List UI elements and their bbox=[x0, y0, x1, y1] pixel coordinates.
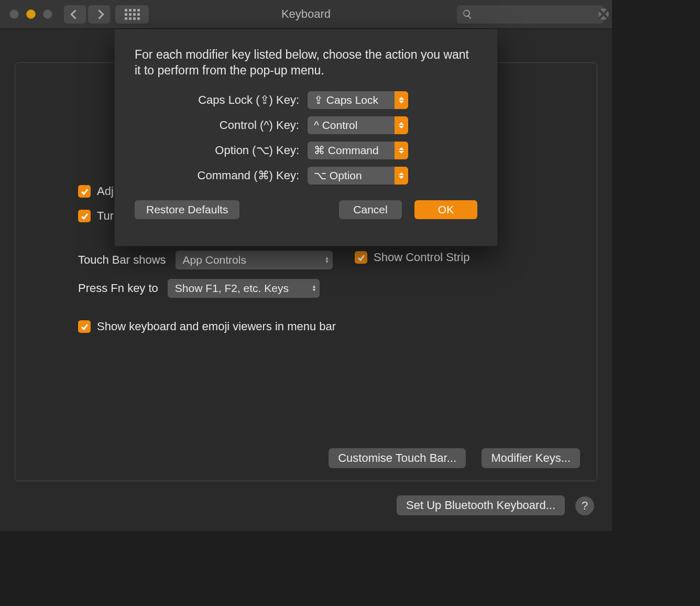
forward-button[interactable] bbox=[88, 5, 110, 24]
touch-bar-value: App Controls bbox=[183, 254, 246, 266]
adjust-brightness-checkbox[interactable] bbox=[78, 185, 91, 198]
show-control-strip-label: Show Control Strip bbox=[374, 251, 469, 264]
touch-bar-select[interactable]: App Controls ▲▼ bbox=[176, 251, 333, 269]
select-stepper-icon bbox=[395, 91, 408, 109]
command-label: Command (⌘) Key: bbox=[135, 169, 308, 182]
modifier-keys-sheet: For each modifier key listed below, choo… bbox=[114, 29, 498, 246]
option-row: Option (⌥) Key: ⌘ Command bbox=[135, 142, 477, 159]
modifier-keys-button[interactable]: Modifier Keys... bbox=[482, 448, 580, 468]
select-stepper-icon: ▲▼ bbox=[312, 285, 316, 292]
clear-search-button[interactable] bbox=[598, 8, 609, 20]
press-fn-value: Show F1, F2, etc. Keys bbox=[175, 282, 289, 295]
command-value: ⌥ Option bbox=[314, 169, 362, 182]
control-value: ^ Control bbox=[314, 119, 357, 132]
select-stepper-icon bbox=[395, 142, 408, 159]
search-field[interactable] bbox=[457, 5, 604, 24]
grid-icon bbox=[125, 9, 140, 20]
search-input[interactable] bbox=[477, 9, 598, 20]
chevron-left-icon bbox=[72, 8, 79, 20]
select-stepper-icon: ▲▼ bbox=[325, 256, 330, 264]
adjust-brightness-row: Adj bbox=[78, 185, 114, 198]
show-control-strip-checkbox[interactable] bbox=[355, 251, 367, 264]
control-row: Control (^) Key: ^ Control bbox=[135, 116, 477, 134]
show-keyboard-checkbox[interactable] bbox=[78, 320, 91, 333]
show-keyboard-label: Show keyboard and emoji viewers in menu … bbox=[97, 320, 336, 333]
show-keyboard-row: Show keyboard and emoji viewers in menu … bbox=[78, 320, 336, 333]
cancel-button[interactable]: Cancel bbox=[339, 200, 402, 219]
turn-off-row: Tur bbox=[78, 209, 114, 223]
help-button[interactable]: ? bbox=[575, 496, 594, 515]
setup-bluetooth-keyboard-button[interactable]: Set Up Bluetooth Keyboard... bbox=[397, 495, 565, 515]
control-label: Control (^) Key: bbox=[135, 118, 308, 132]
adjust-brightness-label: Adj bbox=[97, 185, 114, 198]
caps-lock-select[interactable]: ⇪ Caps Lock bbox=[308, 91, 408, 109]
select-stepper-icon bbox=[395, 167, 408, 185]
control-select[interactable]: ^ Control bbox=[308, 116, 408, 134]
restore-defaults-button[interactable]: Restore Defaults bbox=[135, 200, 239, 219]
option-label: Option (⌥) Key: bbox=[135, 144, 308, 157]
back-button[interactable] bbox=[64, 5, 86, 24]
select-stepper-icon bbox=[395, 116, 408, 134]
minimize-window-button[interactable] bbox=[26, 9, 36, 19]
press-fn-select[interactable]: Show F1, F2, etc. Keys ▲▼ bbox=[168, 279, 320, 298]
command-select[interactable]: ⌥ Option bbox=[308, 167, 408, 185]
titlebar: Keyboard bbox=[0, 0, 612, 29]
touch-bar-label: Touch Bar shows bbox=[78, 253, 166, 267]
turn-off-label: Tur bbox=[97, 209, 114, 223]
press-fn-row: Press Fn key to Show F1, F2, etc. Keys ▲… bbox=[78, 279, 320, 298]
window-controls bbox=[9, 9, 52, 19]
customise-touch-bar-button[interactable]: Customise Touch Bar... bbox=[329, 448, 466, 468]
caps-lock-label: Caps Lock (⇪) Key: bbox=[135, 93, 308, 107]
ok-button[interactable]: OK bbox=[414, 200, 477, 219]
option-value: ⌘ Command bbox=[314, 144, 379, 157]
show-control-strip-row: Show Control Strip bbox=[355, 251, 469, 264]
close-window-button[interactable] bbox=[9, 9, 19, 19]
show-all-button[interactable] bbox=[115, 5, 149, 24]
nav-group bbox=[64, 5, 110, 24]
command-row: Command (⌘) Key: ⌥ Option bbox=[135, 167, 477, 185]
caps-lock-value: ⇪ Caps Lock bbox=[314, 94, 378, 106]
option-select[interactable]: ⌘ Command bbox=[308, 142, 408, 159]
preferences-window: Keyboard Adj Tur Touch Bar shows App Con… bbox=[0, 0, 612, 531]
sheet-buttons: Restore Defaults Cancel OK bbox=[135, 200, 477, 219]
sheet-description: For each modifier key listed below, choo… bbox=[135, 47, 477, 79]
press-fn-label: Press Fn key to bbox=[78, 282, 158, 295]
touch-bar-row: Touch Bar shows App Controls ▲▼ bbox=[78, 251, 333, 269]
window-title: Keyboard bbox=[281, 7, 331, 21]
maximize-window-button[interactable] bbox=[43, 9, 52, 19]
chevron-right-icon bbox=[96, 8, 103, 20]
caps-lock-row: Caps Lock (⇪) Key: ⇪ Caps Lock bbox=[135, 91, 477, 109]
close-icon bbox=[598, 9, 609, 19]
search-icon bbox=[462, 9, 473, 19]
turn-off-checkbox[interactable] bbox=[78, 210, 91, 222]
